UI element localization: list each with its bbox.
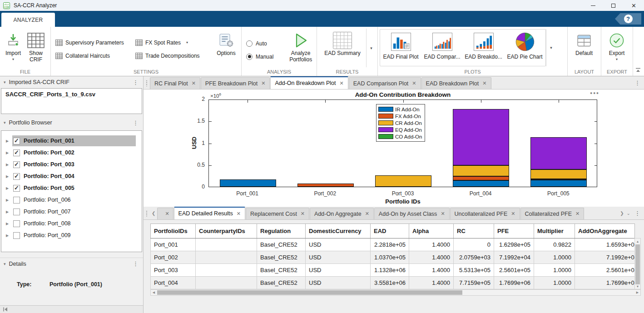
portfolio-tree-item[interactable]: ▶ Portfolio: Port_005: [1, 182, 142, 194]
table-cell[interactable]: 7.1992e+04: [494, 251, 534, 264]
imported-crif-file[interactable]: SACCR_CRIF_Ports_1_to_9.csv: [1, 88, 142, 114]
close-icon[interactable]: ✕: [412, 80, 416, 86]
auto-radio[interactable]: Auto: [246, 38, 284, 49]
drag-grip-icon[interactable]: [146, 80, 148, 86]
collapse-left-icon[interactable]: [3, 307, 8, 312]
table-cell[interactable]: 1.0370e+05: [371, 251, 409, 264]
kebab-menu-icon[interactable]: ⋮: [133, 120, 139, 126]
portfolio-checkbox[interactable]: [13, 161, 20, 168]
table-cell[interactable]: 1.0000: [534, 264, 575, 277]
plot-area[interactable]: IR Add-On FX Add-On CR Add-On: [208, 99, 597, 187]
portfolio-tree-item[interactable]: ▶ Portfolio: Port_009: [1, 229, 142, 241]
expand-arrow-icon[interactable]: ▶: [6, 174, 13, 179]
bar-segment[interactable]: [297, 184, 354, 187]
scrollbar-thumb[interactable]: [157, 290, 462, 295]
table-cell[interactable]: [196, 277, 257, 289]
results-tab[interactable]: Replacement Cost ✕: [246, 208, 309, 219]
portfolio-checkbox[interactable]: [13, 232, 20, 239]
minimize-button[interactable]: [583, 0, 603, 11]
expand-arrow-icon[interactable]: ▶: [6, 151, 13, 155]
portfolio-checkbox[interactable]: [13, 220, 20, 227]
column-header[interactable]: Regulation: [257, 224, 306, 238]
table-cell[interactable]: 1.6593e+05: [575, 238, 635, 251]
analyze-portfolios-button[interactable]: Analyze Portfolios: [287, 29, 315, 67]
portfolio-tree-item[interactable]: ▶ Portfolio: Port_007: [1, 206, 142, 218]
portfolio-checkbox[interactable]: [13, 197, 20, 204]
chart-options-icon[interactable]: •••: [590, 89, 599, 97]
table-cell[interactable]: 1.6298e+05: [494, 238, 534, 251]
column-header[interactable]: Multiplier: [534, 224, 575, 238]
expand-arrow-icon[interactable]: ▶: [6, 198, 13, 202]
table-cell[interactable]: [196, 238, 257, 251]
default-layout-button[interactable]: Default: [570, 29, 599, 67]
column-header[interactable]: AddOnAggregate: [575, 224, 635, 238]
table-cell[interactable]: Basel_CRE52: [257, 238, 306, 251]
table-cell[interactable]: 2.5601e+05: [575, 264, 635, 277]
results-tab[interactable]: Collateralized PFE ✕: [520, 208, 585, 219]
portfolio-tree-item[interactable]: ▶ Portfolio: Port_006: [1, 194, 142, 206]
vertical-scrollbar[interactable]: ▲ ▼: [634, 238, 641, 289]
expand-arrow-icon[interactable]: ▶: [6, 210, 13, 214]
portfolio-tree-item[interactable]: ▶ Portfolio: Port_004: [1, 170, 142, 182]
portfolio-tree-item[interactable]: ▶ Portfolio: Port_002: [1, 147, 142, 159]
table-cell[interactable]: 2.5601e+05: [494, 264, 534, 277]
table-row[interactable]: Port_001Basel_CRE52USD2.2818e+051.400001…: [151, 238, 635, 251]
table-cell[interactable]: USD: [306, 238, 371, 251]
figure-tab[interactable]: PFE Breakdown Plot ✕: [201, 77, 270, 89]
fx-spot-rates-button[interactable]: FX Spot Rates ▾: [134, 37, 213, 48]
export-button[interactable]: Export ▾: [603, 29, 630, 67]
chart-legend[interactable]: IR Add-On FX Add-On CR Add-On: [376, 104, 425, 142]
kebab-menu-icon[interactable]: ⋮: [133, 261, 139, 267]
collateral-haircuts-button[interactable]: Collateral Haircuts: [54, 50, 132, 61]
table-cell[interactable]: 7.1992e+04: [575, 251, 635, 264]
bar-segment[interactable]: [530, 169, 587, 179]
table-cell[interactable]: USD: [306, 251, 371, 264]
results-tab[interactable]: EAD Detailed Results ✕: [174, 207, 245, 219]
plot-gallery-item[interactable]: EAD Final Plot: [380, 30, 421, 66]
portfolio-tree-item[interactable]: ▶ Portfolio: Port_003: [1, 159, 142, 170]
close-icon[interactable]: ✕: [575, 211, 580, 217]
close-icon[interactable]: ✕: [511, 211, 515, 217]
bar-segment[interactable]: [453, 165, 509, 176]
scroll-left-icon[interactable]: ◀: [151, 290, 157, 295]
supervisory-parameters-button[interactable]: Supervisory Parameters: [54, 37, 132, 48]
portfolio-tree-item[interactable]: ▶ Portfolio: Port_008: [1, 218, 142, 229]
portfolio-checkbox[interactable]: [13, 185, 20, 192]
column-header[interactable]: PFE: [494, 224, 534, 238]
close-icon[interactable]: ✕: [482, 80, 486, 86]
portfolio-checkbox[interactable]: [13, 173, 20, 180]
figure-tab[interactable]: RC Final Plot ✕: [150, 77, 200, 89]
column-header[interactable]: EAD: [371, 224, 409, 238]
portfolio-tree-item[interactable]: ▶ Portfolio: Port_001: [1, 135, 142, 147]
table-cell[interactable]: USD: [306, 277, 371, 289]
plots-gallery-dropdown[interactable]: ▾: [546, 29, 556, 66]
close-icon[interactable]: ✕: [192, 80, 196, 86]
table-row[interactable]: Port_002Basel_CRE52USD1.0370e+051.40002.…: [151, 251, 635, 264]
scroll-right-icon[interactable]: ▶: [634, 290, 640, 295]
column-header[interactable]: RC: [454, 224, 494, 238]
table-cell[interactable]: 3.5581e+06: [371, 277, 409, 289]
import-button[interactable]: Import ▾: [2, 29, 25, 67]
expand-arrow-icon[interactable]: ▶: [6, 186, 13, 190]
results-tab[interactable]: ✕: [157, 208, 173, 219]
column-header[interactable]: DomesticCurrency: [306, 224, 371, 238]
expand-arrow-icon[interactable]: ▶: [6, 234, 13, 238]
kebab-menu-icon[interactable]: ⋮: [634, 80, 640, 86]
table-cell[interactable]: [196, 264, 257, 277]
tab-analyzer[interactable]: ANALYZER: [1, 13, 55, 27]
table-cell[interactable]: 2.0759e+03: [454, 251, 494, 264]
expand-arrow-icon[interactable]: ▶: [6, 139, 13, 143]
results-tab[interactable]: Uncollateralized PFE ✕: [450, 208, 520, 219]
scrollbar-thumb[interactable]: [635, 244, 640, 284]
chevron-down-icon[interactable]: ⌄: [627, 211, 630, 216]
close-icon[interactable]: ✕: [237, 211, 241, 217]
portfolio-checkbox[interactable]: [13, 138, 20, 144]
kebab-menu-icon[interactable]: ⋮: [634, 210, 640, 216]
results-tab[interactable]: Add-On by Asset Class ✕: [374, 208, 450, 219]
column-header[interactable]: CounterpartyIDs: [196, 224, 257, 238]
table-cell[interactable]: Basel_CRE52: [257, 277, 306, 289]
table-cell[interactable]: USD: [306, 264, 371, 277]
trade-decompositions-button[interactable]: Trade Decompositions: [134, 50, 213, 61]
figure-tab[interactable]: EAD Breakdown Plot ✕: [421, 77, 491, 89]
portfolio-browser-header[interactable]: ▾ Portfolio Browser ⋮: [0, 117, 143, 129]
